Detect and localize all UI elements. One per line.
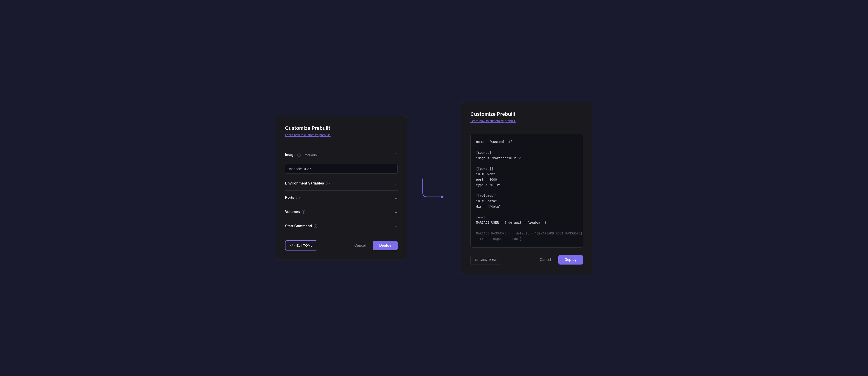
toml-line-2 bbox=[476, 145, 577, 150]
start-command-section: Start Command i ⌄ bbox=[285, 219, 398, 233]
env-vars-label: Environment Variables i bbox=[285, 181, 330, 185]
ports-chevron-icon[interactable]: ⌄ bbox=[394, 195, 398, 200]
volumes-info-icon[interactable]: i bbox=[302, 210, 305, 214]
volumes-chevron-icon[interactable]: ⌄ bbox=[394, 209, 398, 214]
edit-toml-label: Edit TOML bbox=[296, 244, 312, 247]
left-action-group: Cancel Deploy bbox=[351, 241, 398, 250]
right-panel-learn-link[interactable]: Learn how to customize prebuilt. bbox=[470, 119, 516, 123]
svg-marker-0 bbox=[441, 195, 444, 198]
right-bottom-bar: ⧉ Copy TOML Cancel Deploy bbox=[470, 255, 583, 265]
image-input[interactable] bbox=[285, 164, 398, 174]
left-cancel-button[interactable]: Cancel bbox=[351, 241, 369, 250]
toml-code-area: name = "Customized" [source] image = "ma… bbox=[470, 134, 583, 247]
right-deploy-button[interactable]: Deploy bbox=[558, 255, 583, 264]
ports-info-icon[interactable]: i bbox=[296, 196, 300, 199]
toml-line-1: name = "Customized" bbox=[476, 139, 577, 145]
ports-section: Ports i ⌄ bbox=[285, 191, 398, 205]
toml-line-19: = true , expose = true } bbox=[476, 237, 577, 242]
toml-line-6: [[ports]] bbox=[476, 166, 577, 172]
image-info-icon[interactable]: i bbox=[297, 153, 301, 157]
ports-label-text: Ports bbox=[285, 195, 294, 200]
env-vars-label-text: Environment Variables bbox=[285, 181, 324, 185]
volumes-label-text: Volumes bbox=[285, 210, 300, 214]
image-label-text: Image bbox=[285, 153, 296, 157]
toml-line-10 bbox=[476, 188, 577, 193]
env-vars-chevron-icon[interactable]: ⌄ bbox=[394, 181, 398, 186]
env-vars-info-icon[interactable]: i bbox=[326, 182, 330, 185]
toml-line-16: MARIADB_USER = { default = "zeabur" } bbox=[476, 220, 577, 226]
toml-line-15: [env] bbox=[476, 215, 577, 220]
toml-line-14 bbox=[476, 210, 577, 215]
left-deploy-button[interactable]: Deploy bbox=[373, 241, 398, 250]
left-bottom-bar: </> Edit TOML Cancel Deploy bbox=[285, 240, 398, 251]
toml-line-4: image = "mariadb:10.2.5" bbox=[476, 156, 577, 161]
toml-line-8: port = 3000 bbox=[476, 177, 577, 183]
start-command-chevron-icon[interactable]: ⌄ bbox=[394, 224, 398, 228]
toml-line-11: [[volumes]] bbox=[476, 193, 577, 199]
right-cancel-button[interactable]: Cancel bbox=[536, 255, 555, 264]
connector-svg bbox=[421, 174, 447, 201]
right-action-group: Cancel Deploy bbox=[536, 255, 583, 264]
ports-label: Ports i bbox=[285, 195, 300, 200]
toml-line-9: type = "HTTP" bbox=[476, 183, 577, 188]
toml-line-7: id = "web" bbox=[476, 172, 577, 177]
copy-toml-button[interactable]: ⧉ Copy TOML bbox=[470, 255, 502, 265]
left-panel-title: Customize Prebuilt bbox=[285, 125, 398, 131]
image-section: Image i mariadb ⌃ bbox=[285, 148, 398, 162]
right-panel-title: Customize Prebuilt bbox=[470, 111, 583, 117]
edit-toml-button[interactable]: </> Edit TOML bbox=[285, 240, 317, 251]
image-label: Image i mariadb bbox=[285, 153, 317, 157]
copy-toml-label: Copy TOML bbox=[479, 258, 498, 261]
code-icon: </> bbox=[290, 244, 294, 247]
start-command-label: Start Command i bbox=[285, 224, 317, 228]
toml-line-3: [source] bbox=[476, 150, 577, 156]
left-panel-learn-link[interactable]: Learn how to customize prebuilt. bbox=[285, 133, 331, 137]
image-chevron-icon[interactable]: ⌃ bbox=[394, 152, 398, 157]
right-panel: Customize Prebuilt Learn how to customiz… bbox=[461, 102, 592, 274]
toml-line-5 bbox=[476, 161, 577, 167]
toml-line-18: MARIADB_PASSWORD = { default = "${MARIAD… bbox=[476, 231, 577, 237]
right-divider bbox=[461, 129, 592, 129]
volumes-label: Volumes i bbox=[285, 210, 305, 214]
arrow-connector bbox=[421, 174, 447, 201]
start-command-info-icon[interactable]: i bbox=[314, 224, 317, 228]
copy-icon: ⧉ bbox=[475, 258, 477, 262]
volumes-section: Volumes i ⌄ bbox=[285, 205, 398, 219]
start-command-label-text: Start Command bbox=[285, 224, 312, 228]
left-panel: Customize Prebuilt Learn how to customiz… bbox=[276, 116, 407, 260]
toml-line-13: dir = "/data" bbox=[476, 204, 577, 210]
toml-line-12: id = "data" bbox=[476, 199, 577, 204]
image-value: mariadb bbox=[305, 153, 317, 157]
toml-line-17 bbox=[476, 226, 577, 231]
env-vars-section: Environment Variables i ⌄ bbox=[285, 176, 398, 191]
main-wrapper: Customize Prebuilt Learn how to customiz… bbox=[276, 102, 592, 274]
